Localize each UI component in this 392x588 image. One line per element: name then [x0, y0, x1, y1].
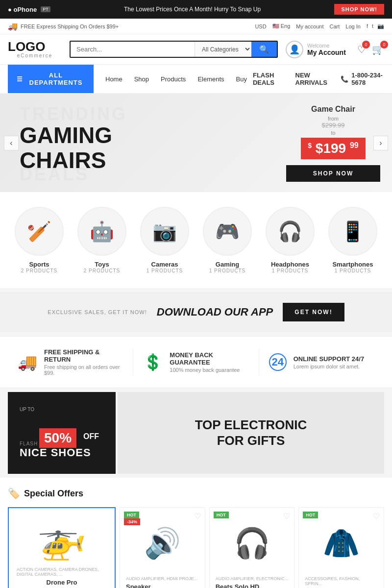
new-arrivals-link[interactable]: NEW ARRIVALS: [295, 72, 333, 86]
search-input[interactable]: [71, 42, 195, 57]
hero-deals-text: DEALS: [20, 164, 89, 185]
category-cameras-count: 1 PRODUCTS: [140, 268, 189, 273]
app-get-now-button[interactable]: GET NOW!: [283, 303, 344, 321]
twitter-icon[interactable]: t: [372, 23, 373, 29]
account-name[interactable]: My Account: [307, 49, 346, 56]
free-shipping-text: FREE Express Shipping On Orders $99+: [21, 24, 119, 29]
product-jacket-image: 🧥: [305, 514, 378, 572]
offers-icon: 🏷️: [8, 488, 20, 499]
app-banner: EXCLUSIVE SALES, GET IT NOW! DOWNLOAD OU…: [0, 292, 392, 332]
product-badge-hot-3: HOT: [303, 512, 318, 518]
top-banner-left: ● oPhone PT: [8, 6, 50, 13]
hero-banner: ‹ TRENDING GAMING CHAIRS DEALS Game Chai…: [0, 94, 392, 192]
product-wishlist-icon[interactable]: ♡: [194, 512, 201, 521]
utility-bar: 🚚 FREE Express Shipping On Orders $99+ U…: [0, 19, 392, 34]
product-speaker-category: AUDIO AMPLIFIER, HDMI PROJE...: [126, 576, 199, 581]
promo-percent: 50%: [39, 428, 76, 448]
category-headphones-count: 1 PRODUCTS: [266, 268, 315, 273]
welcome-text: Welcome: [307, 43, 346, 49]
feature-shipping: 🚚 FREE SHIPPING & RETURN Free shipping o…: [8, 348, 133, 376]
shop-now-banner-button[interactable]: SHOP NOW!: [334, 4, 384, 15]
my-account-link[interactable]: My account: [296, 24, 323, 29]
nav-buy[interactable]: Buy: [230, 69, 253, 90]
header-account: 👤 Welcome My Account: [286, 41, 349, 58]
product-headphones-category: AUDIO AMPLIFIER, ELECTRONIC...: [216, 576, 289, 581]
product-wishlist-icon-2[interactable]: ♡: [283, 512, 290, 521]
featured-product-category: ACTION CAMERAS, CAMERA DRONES, DIGITAL C…: [17, 567, 107, 577]
utility-left: 🚚 FREE Express Shipping On Orders $99+: [8, 22, 119, 31]
feature-support-info: ONLINE SUPPORT 24/7 Lorem ipsum dolor si…: [294, 355, 364, 369]
account-avatar: 👤: [286, 41, 303, 58]
cart-icon[interactable]: 🛒 0: [372, 44, 384, 55]
category-cameras-image: 📷: [140, 207, 189, 256]
shipping-icon: 🚚: [18, 353, 37, 371]
category-headphones-name: Headphones: [266, 261, 315, 268]
app-download-text: DOWNLOAD OUR APP: [157, 306, 273, 318]
category-smartphones-name: Smartphones: [328, 261, 377, 268]
category-smartphones[interactable]: 📱 Smartphones 1 PRODUCTS: [328, 207, 377, 273]
category-toys[interactable]: 🤖 Toys 2 PRODUCTS: [77, 207, 126, 273]
featured-product-name: Drone Pro: [47, 579, 77, 586]
category-gaming-count: 1 PRODUCTS: [203, 268, 252, 273]
nav-elements[interactable]: Elements: [192, 69, 230, 90]
promo-electronics-text: TOP ELECTRONIC FOR GIFTS: [195, 417, 307, 448]
ophone-logo: ● oPhone: [8, 6, 37, 13]
feature-support-desc: Lorem ipsum dolor sit amet.: [294, 364, 364, 369]
features-section: 🚚 FREE SHIPPING & RETURN Free shipping o…: [0, 336, 392, 388]
log-in-link[interactable]: Log In: [345, 24, 361, 29]
flash-deals-link[interactable]: FLASH DEALS: [253, 72, 288, 86]
hero-product-name: Game Chair: [286, 105, 380, 114]
nav-products[interactable]: Products: [155, 69, 192, 90]
category-gaming-name: Gaming: [203, 261, 252, 268]
phone-icon: 📞: [341, 75, 348, 83]
hero-next-button[interactable]: ›: [373, 136, 388, 150]
feature-support-title: ONLINE SUPPORT 24/7: [294, 355, 364, 363]
search-button[interactable]: 🔍: [251, 42, 277, 57]
hero-price-box: $ $199 99: [301, 138, 365, 159]
logo-area: LOGO eCommerce: [8, 40, 62, 58]
promo-upto-text: UP TO: [20, 407, 34, 412]
hero-to-label: to: [286, 130, 380, 136]
category-gaming[interactable]: 🎮 Gaming 1 PRODUCTS: [203, 207, 252, 273]
product-wishlist-icon-3[interactable]: ♡: [373, 512, 380, 521]
category-headphones-image: 🎧: [266, 207, 315, 256]
currency-selector[interactable]: USD: [255, 24, 266, 29]
moneyback-icon: 💲: [143, 353, 163, 371]
top-banner: ● oPhone PT The Lowest Prices Once A Mon…: [0, 0, 392, 19]
featured-product-image: 🚁: [37, 516, 86, 562]
category-smartphones-count: 1 PRODUCTS: [328, 268, 377, 273]
header: LOGO eCommerce All Categories 🔍 👤 Welcom…: [0, 34, 392, 65]
category-toys-count: 2 PRODUCTS: [77, 268, 126, 273]
feature-moneyback-desc: 100% money back guarantee: [170, 367, 248, 373]
utility-right: USD 🇺🇸 Eng My account Cart Log In f t 📷: [255, 23, 384, 29]
nav-links: Home Shop Products Elements Buy: [94, 69, 253, 90]
cart-link[interactable]: Cart: [330, 24, 340, 29]
category-sports[interactable]: 🏏 Sports 2 PRODUCTS: [15, 207, 64, 273]
nav-shop[interactable]: Shop: [128, 69, 155, 90]
search-category-select[interactable]: All Categories: [195, 42, 251, 57]
feature-shipping-desc: Free shipping on all orders over $99.: [44, 364, 123, 376]
language-selector[interactable]: 🇺🇸 Eng: [272, 23, 291, 29]
special-offers-section: 🏷️ Special Offers 🚁 ACTION CAMERAS, CAME…: [0, 478, 392, 588]
hero-prev-button[interactable]: ‹: [4, 136, 19, 150]
promo-text: The Lowest Prices Once A Month! Hurry To…: [50, 6, 335, 13]
promo-product-name: NICE SHOES: [20, 446, 104, 459]
category-cameras[interactable]: 📷 Cameras 1 PRODUCTS: [140, 207, 189, 273]
all-departments-button[interactable]: ☰ ALL DEPARTMENTS: [8, 65, 94, 93]
product-card-jacket: HOT ♡ 🧥 ACCESSOIRES, FASHION, SPRIN... P…: [298, 507, 384, 588]
facebook-icon[interactable]: f: [367, 23, 368, 29]
featured-product: 🚁 ACTION CAMERAS, CAMERA DRONES, DIGITAL…: [8, 507, 116, 588]
product-card-headphones: HOT ♡ 🎧 AUDIO AMPLIFIER, ELECTRONIC... B…: [209, 507, 295, 588]
feature-shipping-title: FREE SHIPPING & RETURN: [44, 348, 123, 363]
wishlist-icon[interactable]: ♡ 0: [357, 44, 366, 55]
category-smartphones-image: 📱: [328, 207, 377, 256]
logo-text: LOGO: [8, 40, 62, 53]
nav-right: FLASH DEALS NEW ARRIVALS 📞 1-800-234-567…: [253, 72, 384, 86]
wishlist-badge: 0: [362, 41, 370, 49]
hero-shop-now-button[interactable]: SHOP NOW: [286, 165, 380, 182]
feature-moneyback-title: MONEY BACK GUARANTEE: [170, 351, 248, 366]
pt-badge: PT: [41, 6, 50, 12]
nav-home[interactable]: Home: [99, 69, 128, 90]
category-headphones[interactable]: 🎧 Headphones 1 PRODUCTS: [266, 207, 315, 273]
instagram-icon[interactable]: 📷: [377, 23, 384, 29]
